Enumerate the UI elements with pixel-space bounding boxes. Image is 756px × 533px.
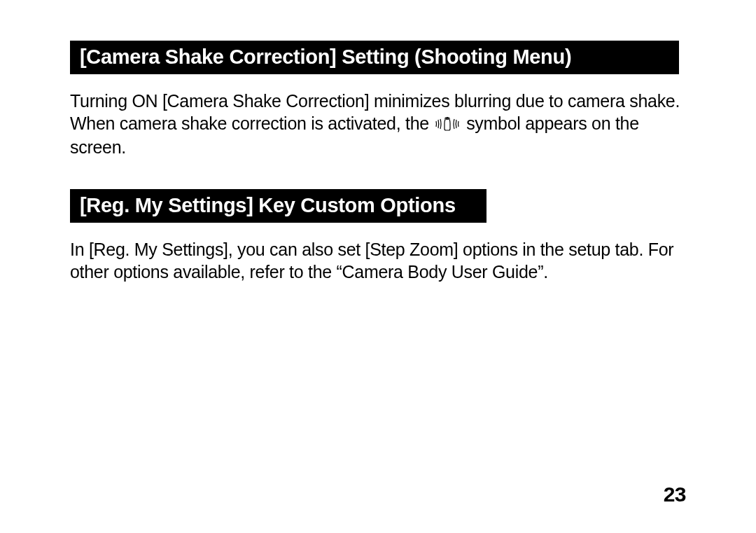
- body-paragraph-1: Turning ON [Camera Shake Correction] min…: [70, 90, 686, 112]
- section-heading-camera-shake: [Camera Shake Correction] Setting (Shoot…: [70, 41, 679, 74]
- section-heading-reg-my-settings: [Reg. My Settings] Key Custom Options: [70, 189, 486, 223]
- camera-shake-icon: [435, 113, 460, 136]
- body-paragraph-2a: When camera shake correction is activate…: [70, 113, 433, 133]
- body-paragraph-2: When camera shake correction is activate…: [70, 112, 686, 158]
- body-paragraph-3: In [Reg. My Settings], you can also set …: [70, 238, 686, 283]
- page-number: 23: [664, 483, 686, 506]
